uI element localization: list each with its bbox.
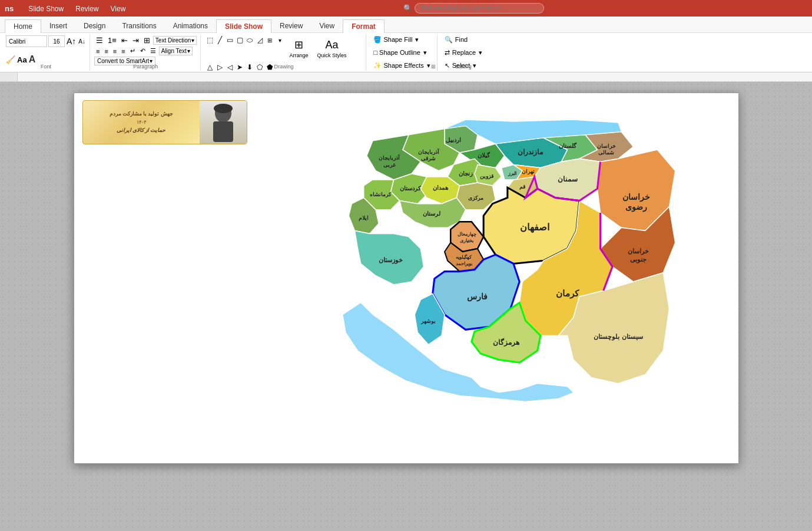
shape-right-tri[interactable]: ◿ (255, 35, 264, 45)
rtl-btn[interactable]: ↵ (128, 47, 137, 55)
tab-insert[interactable]: Insert (41, 19, 75, 32)
main-area: جهش تولید با مشارکت مردم ۱۴۰۳ حمایت از ک… (0, 82, 812, 531)
tab-design[interactable]: Design (75, 19, 114, 32)
svg-text:مرکزی: مرکزی (468, 195, 483, 202)
svg-text:آذربایجان: آذربایجان (379, 154, 400, 161)
clear-format-btn[interactable]: 🧹 (6, 55, 15, 64)
ribbon-group-font: Calibri 16 A↑ A↓ 🧹 Aa A Font (2, 34, 90, 71)
align-center-btn[interactable]: ≡ (102, 47, 110, 55)
shape-more[interactable]: ▾ (275, 35, 284, 45)
select-arrow: ▾ (473, 62, 476, 70)
indent-left-btn[interactable]: ⇤ (120, 35, 130, 45)
ribbon-group-drawing: ⬚ ╱ ▭ ▢ ⬭ ◿ ⊞ ▾ ⊞ Arrange Aa Quick Style… (201, 34, 366, 71)
font-aa-btn[interactable]: Aa (17, 55, 27, 64)
search-input[interactable] (415, 3, 544, 14)
svg-text:همدان: همدان (432, 184, 448, 191)
svg-text:بختیاری: بختیاری (460, 238, 473, 243)
align-right-btn[interactable]: ≡ (111, 47, 118, 55)
svg-text:گلستان: گلستان (558, 142, 576, 149)
tab-review[interactable]: Review (271, 19, 311, 32)
align-left-btn[interactable]: ≡ (94, 47, 101, 55)
tab-slideshow[interactable]: Slide Show (216, 19, 271, 33)
quick-styles-btn[interactable]: Aa Quick Styles (313, 35, 350, 61)
shape-fill-arrow: ▾ (415, 36, 419, 44)
text-direction-btn[interactable]: Text Direction ▾ (153, 36, 197, 45)
select-icon: ↖ (445, 62, 450, 70)
svg-text:خراسان: خراسان (622, 192, 650, 202)
font-size-up[interactable]: A↑ (66, 36, 77, 47)
menu-slideshow[interactable]: Slide Show (23, 3, 69, 14)
find-label: Find (455, 36, 468, 43)
shape-fill-btn[interactable]: 🪣 Shape Fill ▾ (370, 34, 433, 45)
tab-view[interactable]: View (311, 19, 343, 32)
arrange-icon: ⊞ (294, 38, 303, 51)
svg-text:البرز: البرز (508, 171, 516, 176)
svg-text:کردستان: کردستان (400, 185, 422, 192)
tab-home[interactable]: Home (5, 19, 41, 33)
find-btn[interactable]: 🔍 Find (442, 34, 485, 45)
slide-editing-area[interactable]: جهش تولید با مشارکت مردم ۱۴۰۳ حمایت از ک… (0, 82, 812, 531)
shape-tri[interactable]: △ (205, 62, 214, 72)
shape-rarrow2[interactable]: ➤ (235, 62, 244, 72)
group-font-label: Font (41, 64, 51, 70)
ribbon-group-editing: 🔍 Find ⇄ Replace ▾ ↖ Select ▾ Editing (438, 34, 489, 71)
font-up-btn[interactable]: 16 (48, 35, 65, 47)
iran-map: اردبیل آذربایجان شرقی آذربایجان غربی گیل… (233, 111, 722, 459)
shape-outline-btn[interactable]: □ Shape Outline ▾ (370, 47, 433, 58)
numbering-btn[interactable]: 1≡ (106, 35, 118, 45)
shape-effects-btn[interactable]: ✨ Shape Effects ▾ (370, 60, 433, 71)
tab-format[interactable]: Format (343, 19, 385, 33)
align-text-btn[interactable]: Align Text ▾ (159, 47, 193, 55)
svg-text:خوزستان: خوزستان (379, 256, 403, 264)
slide[interactable]: جهش تولید با مشارکت مردم ۱۴۰۳ حمایت از ک… (74, 93, 739, 464)
indent-right-btn[interactable]: ⇥ (131, 35, 141, 45)
svg-text:چهارمحال: چهارمحال (457, 232, 476, 237)
columns-btn[interactable]: ⊞ (142, 35, 152, 45)
drawing-expand-btn[interactable]: ⊞ (431, 64, 436, 70)
svg-rect-2 (213, 121, 233, 142)
ltr-btn[interactable]: ↶ (138, 47, 147, 55)
tab-transitions[interactable]: Transitions (114, 19, 164, 32)
shape-flowchart[interactable]: ⬟ (265, 62, 274, 72)
calligraphy-text: جهش تولید با مشارکت مردم ۱۴۰۳ حمایت از ک… (83, 107, 200, 137)
font-size-down[interactable]: A↓ (78, 38, 86, 45)
svg-text:اصفهان: اصفهان (519, 222, 549, 233)
title-bar: ns Slide Show Review View 🔍 (0, 0, 812, 17)
arrange-btn[interactable]: ⊞ Arrange (285, 35, 312, 61)
svg-text:بویراحمد: بویراحمد (455, 261, 472, 266)
svg-text:غربی: غربی (383, 162, 395, 169)
shape-outline-arrow: ▾ (423, 49, 427, 57)
ribbon-group-paragraph: ☰ 1≡ ⇤ ⇥ ⊞ Text Direction ▾ ≡ ≡ ≡ ≡ ↵ ↶ … (91, 34, 201, 71)
shape-rect[interactable]: ▭ (225, 35, 234, 45)
shape-oval[interactable]: ⬭ (245, 35, 254, 45)
font-a-btn[interactable]: A (29, 54, 36, 65)
svg-text:مازندران: مازندران (518, 148, 543, 156)
shape-larrow[interactable]: ◁ (225, 62, 234, 72)
menu-review[interactable]: Review (70, 3, 104, 14)
menu-view[interactable]: View (105, 3, 131, 14)
svg-text:تهران: تهران (522, 169, 535, 175)
replace-label: Replace (452, 49, 476, 56)
bullets-btn[interactable]: ☰ (94, 35, 105, 45)
menu-bar: Slide Show Review View (23, 3, 131, 14)
para-settings-btn[interactable]: ☰ (148, 47, 158, 55)
shape-pentagon[interactable]: ⬠ (255, 62, 264, 72)
group-paragraph-label: Paragraph (133, 64, 158, 70)
shape-rtarrow[interactable]: ▷ (215, 62, 224, 72)
shape-line2[interactable]: ╱ (215, 35, 224, 45)
shape-line[interactable]: ⬚ (205, 35, 214, 45)
shape-darrow[interactable]: ⬇ (245, 62, 254, 72)
header-decorative: جهش تولید با مشارکت مردم ۱۴۰۳ حمایت از ک… (82, 100, 247, 144)
replace-arrow: ▾ (479, 49, 482, 57)
shape-rounded[interactable]: ▢ (235, 35, 244, 45)
shape-scroll[interactable]: ⊞ (265, 35, 274, 45)
svg-text:ایلام: ایلام (359, 215, 369, 222)
svg-text:کرمانشاه: کرمانشاه (370, 192, 392, 198)
font-selector[interactable]: Calibri (6, 35, 47, 47)
svg-text:کرمان: کرمان (556, 288, 579, 299)
tab-animations[interactable]: Animations (165, 19, 216, 32)
shape-effects-label: Shape Effects (383, 62, 423, 69)
replace-btn[interactable]: ⇄ Replace ▾ (442, 47, 485, 58)
shape-fill-icon: 🪣 (373, 36, 382, 44)
justify-btn[interactable]: ≡ (120, 47, 127, 55)
